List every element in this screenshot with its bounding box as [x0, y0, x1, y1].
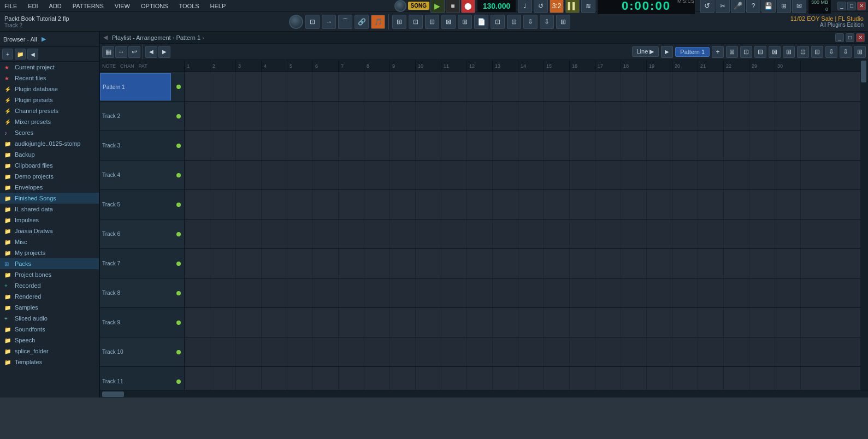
grid-cell-r2-c7[interactable] [339, 102, 364, 130]
track-row-7[interactable]: Track 7 [100, 249, 184, 278]
menu-add[interactable]: ADD [47, 2, 64, 10]
grid-cell-r11-c14[interactable] [518, 367, 544, 390]
grid-cell-r7-c20[interactable] [672, 249, 698, 278]
grid-cell-r6-c17[interactable] [595, 220, 621, 248]
tb2-btn1[interactable]: ⊡ [305, 15, 320, 29]
browser-item-backup[interactable]: 📁 Backup [0, 149, 99, 160]
grid-cell-r3-c11[interactable] [441, 131, 467, 160]
grid-cell-r11-c20[interactable] [672, 367, 698, 390]
cut-btn[interactable]: ✂ [716, 0, 730, 13]
grid-cell-r11-c7[interactable] [339, 367, 364, 390]
browser-item-recorded[interactable]: + Recorded [0, 280, 99, 291]
grid-cell-r1-c3[interactable] [236, 72, 262, 101]
playlist-tb-arrows[interactable]: ↔ [115, 46, 127, 58]
grid-cell-r9-c10[interactable] [416, 308, 441, 337]
msg-btn[interactable]: ✉ [792, 0, 806, 13]
grid-row-2[interactable] [185, 102, 860, 131]
mic-btn[interactable]: 🎤 [731, 0, 745, 13]
browser-item-plugin-presets[interactable]: ⚡ Plugin presets [0, 94, 99, 105]
browser-item-mixer-presets[interactable]: ⚡ Mixer presets [0, 116, 99, 127]
grid-cell-r8-c11[interactable] [441, 278, 467, 307]
scrollbar-thumb[interactable] [861, 61, 866, 82]
grid-cell-r5-c11[interactable] [441, 190, 467, 219]
grid-cell-r6-c14[interactable] [518, 220, 544, 248]
grid-cell-r9-c12[interactable] [467, 308, 493, 337]
grid-cell-r9-c15[interactable] [544, 308, 570, 337]
grid-cell-r10-c5[interactable] [287, 337, 313, 366]
grid-cell-r4-c3[interactable] [236, 161, 262, 189]
grid-cell-r3-c14[interactable] [518, 131, 544, 160]
grid-cell-r5-c17[interactable] [595, 190, 621, 219]
grid-cell-r9-c8[interactable] [364, 308, 390, 337]
grid-cell-r6-c3[interactable] [236, 220, 262, 248]
mixer-btn[interactable]: ▌▌ [565, 0, 580, 13]
browser-item-joasia[interactable]: 📁 Joasia Dratwa [0, 226, 99, 236]
grid-cell-r11-c12[interactable] [467, 367, 493, 390]
tb2-btn9[interactable]: ⊠ [441, 15, 456, 29]
grid-cell-r5-c9[interactable] [390, 190, 416, 219]
tb2-btn16[interactable]: ⊞ [556, 15, 570, 29]
grid-cell-r6-c19[interactable] [647, 220, 672, 248]
grid-cell-r8-c19[interactable] [647, 278, 672, 307]
grid-cell-r3-c16[interactable] [570, 131, 595, 160]
grid-cell-r4-c4[interactable] [262, 161, 287, 189]
grid-cell-r4-c22[interactable] [724, 161, 749, 189]
grid-cell-r2-c3[interactable] [236, 102, 262, 130]
browser-item-scores[interactable]: ♪ Scores [0, 127, 99, 138]
grid-cell-r11-c6[interactable] [313, 367, 339, 390]
grid-row-4[interactable] [185, 161, 860, 190]
grid-cell-r1-c7[interactable] [339, 72, 364, 101]
grid-cell-r9-c2[interactable] [210, 308, 236, 337]
grid-cell-r4-c20[interactable] [672, 161, 698, 189]
grid-cell-r8-c4[interactable] [262, 278, 287, 307]
grid-cell-r3-c7[interactable] [339, 131, 364, 160]
grid-cell-r7-c6[interactable] [313, 249, 339, 278]
line-mode-selector[interactable]: Line ▶ [632, 46, 659, 57]
grid-cell-r2-c12[interactable] [467, 102, 493, 130]
grid-cell-r3-c4[interactable] [262, 131, 287, 160]
grid-cell-r8-c12[interactable] [467, 278, 493, 307]
grid-cell-r1-c22[interactable] [724, 72, 749, 101]
browser-item-impulses[interactable]: 📁 Impulses [0, 215, 99, 226]
help-btn[interactable]: ? [746, 0, 760, 13]
grid-cell-r6-c16[interactable] [570, 220, 595, 248]
track-row-2[interactable]: Track 2 [100, 102, 184, 131]
grid-cell-r6-c8[interactable] [364, 220, 390, 248]
grid-cell-r4-c1[interactable] [185, 161, 210, 189]
grid-cell-r2-c5[interactable] [287, 102, 313, 130]
grid-cell-r2-c15[interactable] [544, 102, 570, 130]
grid-cell-r6-c15[interactable] [544, 220, 570, 248]
grid-cell-r9-c4[interactable] [262, 308, 287, 337]
menu-tools[interactable]: TOOLS [177, 2, 202, 10]
grid-cell-r3-c19[interactable] [647, 131, 672, 160]
browser-item-sliced-audio[interactable]: + Sliced audio [0, 313, 99, 324]
grid-cell-r5-c20[interactable] [672, 190, 698, 219]
grid-row-9[interactable] [185, 308, 860, 337]
playlist-tb-return[interactable]: ↩ [128, 46, 140, 58]
playlist-tb-extra6[interactable]: ⊡ [797, 46, 809, 58]
undo-btn[interactable]: ↺ [700, 0, 715, 13]
grid-cell-r7-c16[interactable] [570, 249, 595, 278]
grid-cell-r3-c12[interactable] [467, 131, 493, 160]
grid-cell-r1-c5[interactable] [287, 72, 313, 101]
grid-cell-r3-c3[interactable] [236, 131, 262, 160]
browser-arrow[interactable]: ▶ [42, 35, 46, 43]
grid-cell-r7-c7[interactable] [339, 249, 364, 278]
grid-cell-r5-c18[interactable] [621, 190, 647, 219]
track-row-1[interactable]: Pattern 1 [100, 72, 184, 102]
grid-row-11[interactable] [185, 367, 860, 390]
grid-cell-r9-c14[interactable] [518, 308, 544, 337]
track-row-10[interactable]: Track 10 [100, 337, 184, 367]
browser-item-soundfonts[interactable]: 📁 Soundfonts [0, 324, 99, 335]
grid-row-8[interactable] [185, 278, 860, 308]
grid-cell-r11-c22[interactable] [724, 367, 749, 390]
grid-cell-r7-c13[interactable] [493, 249, 518, 278]
grid-cell-r7-c19[interactable] [647, 249, 672, 278]
grid-cell-r4-c10[interactable] [416, 161, 441, 189]
grid-cell-r4-c16[interactable] [570, 161, 595, 189]
grid-cell-r3-c20[interactable] [672, 131, 698, 160]
browser-item-channel-presets[interactable]: ⚡ Channel presets [0, 105, 99, 116]
grid-cell-r5-c8[interactable] [364, 190, 390, 219]
master-volume-knob[interactable] [394, 0, 406, 12]
grid-cell-r9-c22[interactable] [724, 308, 749, 337]
